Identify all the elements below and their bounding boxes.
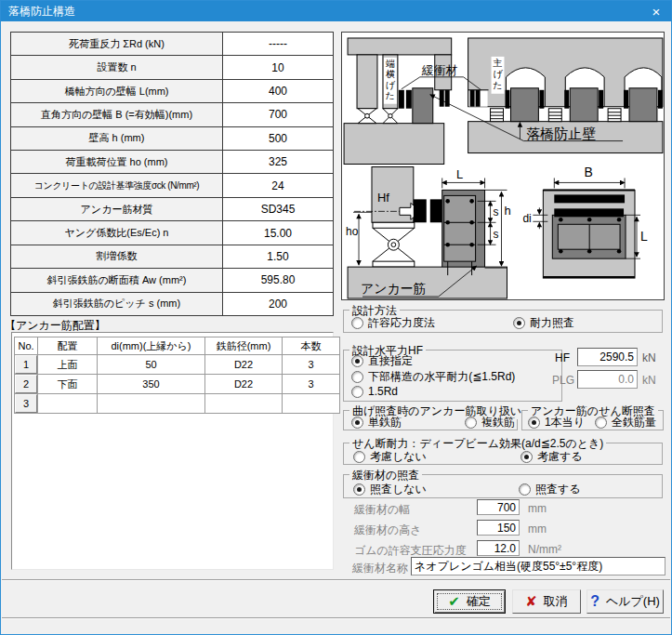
cancel-button[interactable]: ✘取消	[512, 589, 581, 614]
plg-input[interactable]: 0.0	[577, 370, 638, 389]
group-deep-beam: せん断耐力：ディープビーム効果(a/d≦2.5のとき) 考慮しない 考慮する	[343, 443, 663, 465]
anchor-cell[interactable]	[205, 394, 282, 413]
param-value[interactable]: 325	[223, 151, 333, 173]
anchor-cell[interactable]: 50	[98, 355, 204, 374]
radio-do-check[interactable]: 照査する	[519, 482, 581, 497]
dim-hf: Hf	[377, 191, 389, 205]
radio-icon[interactable]	[519, 483, 531, 496]
anchor-cell[interactable]: 上面	[38, 355, 97, 374]
check-icon: ✔	[448, 593, 460, 610]
radio-icon[interactable]	[353, 451, 365, 463]
param-label: 橋軸方向の壁幅 L(mm)	[11, 80, 222, 102]
anchor-cell[interactable]	[98, 394, 204, 413]
radio-not-considered[interactable]: 考慮しない	[353, 449, 427, 465]
param-label: 壁高 h (mm)	[11, 127, 222, 150]
radio-icon[interactable]	[351, 417, 363, 429]
param-value[interactable]: 10	[223, 56, 333, 78]
hf-label: HF	[555, 351, 570, 364]
param-value[interactable]: 200	[223, 293, 333, 315]
separator	[2, 617, 670, 619]
radio-capacity-check[interactable]: 耐力照査	[513, 315, 574, 331]
separator	[2, 579, 670, 581]
anchor-bar-label: アンカー筋	[361, 281, 427, 296]
radio-allowable-stress[interactable]: 許容応力度法	[351, 315, 435, 331]
radio-icon[interactable]	[353, 483, 365, 496]
close-icon[interactable]: ×	[641, 1, 671, 21]
anchor-cell[interactable]: 3	[283, 375, 339, 393]
anchor-col-header: 鉄筋径(mm)	[205, 337, 282, 354]
radio-double-rebar[interactable]: 複鉄筋	[465, 415, 515, 430]
radio-per-bar[interactable]: 1本当り	[528, 415, 585, 430]
param-value[interactable]: 700	[223, 103, 333, 126]
title-bar[interactable]: 落橋防止構造 ×	[1, 1, 671, 21]
radio-icon[interactable]	[351, 386, 363, 398]
param-value[interactable]: 595.80	[223, 269, 333, 291]
radio-single-rebar[interactable]: 単鉄筋	[351, 415, 402, 430]
buffer-stress-input[interactable]: 12.0	[477, 540, 520, 556]
dialog-title: 落橋防止構造	[8, 4, 75, 20]
anchor-cell[interactable]	[283, 394, 339, 413]
param-label: 死荷重反力 ΣRd (kN)	[11, 33, 222, 55]
buffer-height-input[interactable]: 150	[477, 520, 520, 536]
anchor-cell[interactable]: D22	[205, 375, 282, 393]
param-value[interactable]: 1.50	[223, 245, 333, 268]
param-value[interactable]: SD345	[223, 198, 333, 220]
param-label: 直角方向の壁幅 B (=有効幅)(mm)	[11, 103, 222, 126]
buffer-width-input[interactable]: 700	[477, 499, 520, 515]
radio-considered[interactable]: 考慮する	[520, 449, 583, 465]
radio-icon[interactable]	[351, 317, 363, 329]
buffer-width-unit: mm	[528, 502, 547, 515]
buffer-label: 緩衝材	[421, 63, 458, 77]
param-label: 割増係数	[11, 245, 222, 268]
param-value[interactable]: 15.00	[223, 221, 333, 244]
dialog-window: 落橋防止構造 × 死荷重反力 ΣRd (kN)----- 設置数 n10 橋軸方…	[0, 0, 672, 635]
buffer-stress-unit: N/mm²	[528, 543, 561, 556]
param-label: ヤング係数比(Es/Ec) n	[11, 221, 222, 244]
radio-icon[interactable]	[528, 417, 540, 429]
anchor-row-number[interactable]: 2	[15, 375, 37, 393]
edge-girder-label: 端横げた	[386, 59, 396, 100]
radio-direct-input[interactable]: 直接指定	[351, 353, 413, 369]
anchor-row-number[interactable]: 1	[15, 355, 37, 374]
radio-icon[interactable]	[351, 355, 363, 367]
dim-di: di	[522, 212, 531, 225]
radio-no-check[interactable]: 照査しない	[353, 482, 427, 497]
radio-icon[interactable]	[595, 417, 607, 429]
buffer-height-label: 緩衝材の高さ	[354, 523, 422, 538]
radio-icon[interactable]	[351, 371, 363, 383]
anchor-grid: No. 配置 di(mm)(上縁から) 鉄筋径(mm) 本数 1 上面 50 D…	[14, 337, 340, 414]
anchor-col-header: 配置	[38, 337, 97, 354]
radio-icon[interactable]	[465, 417, 477, 429]
anchor-row-number[interactable]: 3	[15, 394, 37, 413]
param-label: コンクリートの設計基準強度σck (N/mm²)	[11, 174, 222, 196]
radio-icon[interactable]	[513, 317, 525, 329]
buffer-name-input[interactable]: ネオプレンゴム相当(硬度55°±5°程度)	[411, 557, 665, 575]
radio-1-5rd[interactable]: 1.5Rd	[351, 385, 398, 398]
anchor-cell[interactable]: 3	[283, 355, 339, 374]
param-value[interactable]: 400	[223, 80, 333, 102]
cross-icon: ✘	[525, 593, 537, 610]
question-icon: ?	[590, 593, 600, 610]
param-value[interactable]: -----	[223, 33, 333, 55]
hf-input[interactable]: 2590.5	[577, 348, 638, 366]
radio-icon[interactable]	[520, 451, 533, 463]
buffer-name-label: 緩衝材名称	[352, 561, 408, 576]
wall-label: 落橋防止壁	[526, 126, 596, 141]
anchor-cell[interactable]: D22	[205, 355, 282, 374]
anchor-cell[interactable]: 下面	[38, 375, 97, 393]
parameters-table: 死荷重反力 ΣRd (kN)----- 設置数 n10 橋軸方向の壁幅 L(mm…	[10, 32, 334, 316]
dim-l-side: L	[456, 167, 463, 181]
param-value[interactable]: 500	[223, 127, 333, 150]
param-label: アンカー筋材質	[11, 198, 222, 220]
ok-button[interactable]: ✔確定	[433, 589, 506, 614]
help-button[interactable]: ?ヘルプ(H)	[586, 589, 664, 614]
dim-s-upper: s	[494, 205, 499, 218]
anchor-cell[interactable]	[38, 394, 97, 413]
param-value[interactable]: 24	[223, 174, 333, 196]
anchor-cell[interactable]: 350	[98, 375, 204, 393]
radio-total-rebar[interactable]: 全鉄筋量	[595, 415, 656, 430]
param-label: 斜引張鉄筋のピッチ s (mm)	[11, 293, 222, 315]
dim-l-plan: L	[640, 229, 648, 244]
dim-s-lower: s	[494, 228, 499, 241]
radio-substructure-capacity[interactable]: 下部構造の水平耐力(≦1.5Rd)	[351, 369, 515, 385]
